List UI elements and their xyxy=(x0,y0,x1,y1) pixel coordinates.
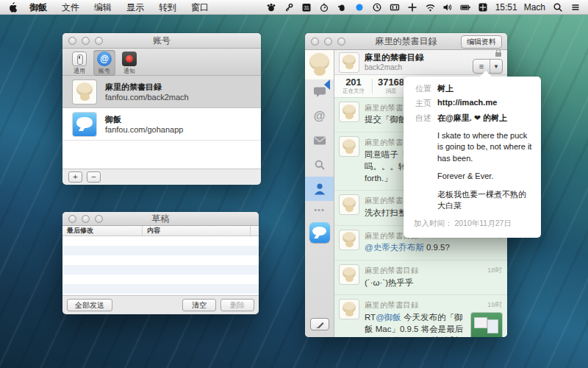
menu-bar-left: 御飯 文件 编辑 显示 转到 窗口 xyxy=(0,0,216,15)
tab-accounts-label: 账号 xyxy=(98,67,110,75)
clear-button[interactable]: 清空 xyxy=(182,299,216,311)
close-button[interactable] xyxy=(68,215,76,223)
drafts-table-body[interactable] xyxy=(62,236,259,295)
traffic-lights xyxy=(68,33,103,48)
remove-account-button[interactable]: − xyxy=(87,171,101,183)
tweet-photo-thumbnail[interactable] xyxy=(471,313,502,337)
calendar-icon[interactable]: 31 xyxy=(301,1,312,13)
tweet-meta: 19时 xyxy=(487,300,502,309)
volume-icon[interactable] xyxy=(442,1,453,13)
column-last-modified[interactable]: 最后修改 xyxy=(62,226,142,236)
desktop: 御飯 文件 编辑 显示 转到 窗口 31 xyxy=(0,0,588,368)
homepage-link[interactable]: http://imach.me xyxy=(437,98,497,109)
bio-value: 在@麻里. ❤ 的树上 xyxy=(437,113,507,124)
compose-pencil-icon xyxy=(315,321,325,328)
menu-app[interactable]: 御飯 xyxy=(22,0,54,15)
menu-edit[interactable]: 编辑 xyxy=(87,0,119,15)
input-source-icon[interactable] xyxy=(478,1,489,13)
tweet-mention-link[interactable]: @史蒂夫乔布斯 xyxy=(365,243,424,252)
zoom-button[interactable] xyxy=(337,38,345,46)
account-row-gohanapp[interactable]: 御飯 fanfou.com/gohanapp xyxy=(62,108,261,141)
menu-file[interactable]: 文件 xyxy=(54,0,87,15)
main-titlebar[interactable]: 麻里的禁書目録 编辑资料 xyxy=(305,33,507,50)
sidebar-item-profile[interactable] xyxy=(305,177,334,201)
hand-status-icon[interactable] xyxy=(337,1,348,13)
stat-messages[interactable]: 37168 消息 xyxy=(375,77,407,95)
paw-status-icon[interactable] xyxy=(266,1,277,13)
menu-user[interactable]: Mach xyxy=(524,2,545,13)
sidebar-item-messages[interactable] xyxy=(305,128,334,152)
stopwatch-icon[interactable] xyxy=(319,1,330,13)
zoom-button[interactable] xyxy=(95,215,103,223)
joined-date: 加入时间： 2010年11月27日 xyxy=(414,219,532,229)
column-content[interactable]: 内容 xyxy=(142,226,250,236)
accounts-titlebar[interactable]: 账号 xyxy=(62,33,261,49)
tweet-row[interactable]: 19时 麻里的禁書目録 RT@御飯 今天发布的「御飯 Mac」0.9.5 将会是… xyxy=(334,295,507,337)
stat-following[interactable]: 201 正在关注 xyxy=(337,77,370,95)
gohan-app-icon xyxy=(73,113,96,136)
preferences-toolbar: 通用 @ 账号 通知 xyxy=(62,49,261,76)
wifi-icon[interactable] xyxy=(425,1,436,13)
tweet-mention-link[interactable]: @御飯 xyxy=(376,313,401,322)
bio-paragraph: Forever & Ever. xyxy=(437,171,532,182)
traffic-lights xyxy=(68,212,103,225)
zoom-button[interactable] xyxy=(95,37,103,45)
edit-profile-button[interactable]: 编辑资料 xyxy=(461,35,502,49)
menu-window[interactable]: 窗口 xyxy=(184,0,216,15)
sidebar: @ ••• xyxy=(305,50,334,337)
compose-button[interactable] xyxy=(310,318,329,330)
messages-dot-icon[interactable] xyxy=(354,1,365,13)
protected-lock-icon xyxy=(495,52,501,57)
notification-center-icon[interactable] xyxy=(570,1,581,13)
move-cross-icon[interactable] xyxy=(407,1,418,13)
minimize-button[interactable] xyxy=(82,215,90,223)
apple-menu-icon[interactable] xyxy=(7,2,22,13)
avatar xyxy=(73,80,96,104)
minimize-button[interactable] xyxy=(324,38,332,46)
accounts-window: 账号 通用 @ 账号 通知 麻里的禁書目録 fanfou.com/back2ma… xyxy=(62,33,261,182)
at-icon: @ xyxy=(97,52,112,66)
menu-bar-status: 31 xyxy=(266,1,588,13)
add-account-button[interactable]: + xyxy=(68,171,82,183)
display-status-icon[interactable] xyxy=(390,1,401,13)
profile-avatar[interactable] xyxy=(340,53,359,72)
tweet-avatar xyxy=(340,265,359,284)
tab-general[interactable]: 通用 xyxy=(68,50,90,76)
clock-status-icon[interactable] xyxy=(372,1,383,13)
popover-homepage-row: 主页 http://imach.me xyxy=(412,98,532,109)
key-status-icon[interactable] xyxy=(284,1,295,13)
menu-bar: 御飯 文件 编辑 显示 转到 窗口 31 xyxy=(0,0,588,15)
battery-icon[interactable] xyxy=(460,1,471,13)
tweet-avatar xyxy=(340,102,359,121)
menu-clock[interactable]: 15:51 xyxy=(495,2,517,13)
tweet-text: 吗。。。转 xyxy=(365,162,407,171)
close-button[interactable] xyxy=(68,37,76,45)
sidebar-account-avatar[interactable] xyxy=(305,50,334,79)
menu-go[interactable]: 转到 xyxy=(151,0,184,15)
sidebar-item-mentions[interactable]: @ xyxy=(305,104,334,128)
delete-button[interactable]: 删除 xyxy=(220,299,254,311)
tab-notifications[interactable]: 通知 xyxy=(118,50,140,76)
account-list-footer: + − xyxy=(62,169,261,185)
tweet-author: 麻里的禁書目録 xyxy=(365,300,502,310)
account-row-back2mach[interactable]: 麻里的禁書目録 fanfou.com/back2mach xyxy=(62,76,261,108)
tab-accounts[interactable]: @ 账号 xyxy=(93,50,115,76)
menu-view[interactable]: 显示 xyxy=(119,0,151,15)
messages-label: 消息 xyxy=(375,88,407,95)
spotlight-search-icon[interactable] xyxy=(552,1,563,13)
tweet-avatar xyxy=(340,300,359,319)
drafts-titlebar[interactable]: 草稿 xyxy=(62,212,259,226)
tweet-row[interactable]: 18时 麻里的禁書目録 (´·ω·`)热乎乎 xyxy=(334,261,507,295)
tweet-avatar xyxy=(340,137,359,156)
gohan-app-icon[interactable] xyxy=(309,222,330,243)
minimize-button[interactable] xyxy=(82,37,90,45)
close-button[interactable] xyxy=(311,38,319,46)
profile-name: 麻里的禁書目録 xyxy=(365,53,424,63)
mentions-at-icon: @ xyxy=(314,110,326,123)
drafts-table-header: 最后修改 内容 xyxy=(62,226,259,236)
sidebar-item-more[interactable]: ••• xyxy=(305,201,334,219)
popover-location-row: 位置 树上 xyxy=(412,83,532,94)
current-view-indicator xyxy=(324,79,330,90)
send-all-button[interactable]: 全部发送 xyxy=(67,299,112,311)
sidebar-item-search[interactable] xyxy=(305,152,334,177)
